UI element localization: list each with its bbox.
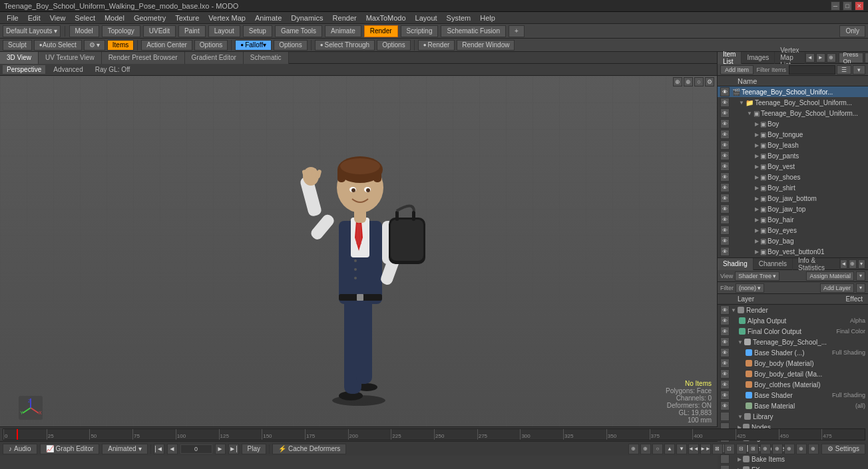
add-tab-button[interactable]: +	[509, 25, 525, 37]
tab-gradient-editor[interactable]: Gradient Editor	[185, 52, 244, 64]
panel-ctrl-3[interactable]: ⊕	[827, 53, 836, 63]
shader-tree-dropdown[interactable]: Shader Tree ▾	[735, 271, 779, 281]
shade-item[interactable]: 👁▼Render	[718, 305, 868, 315]
menu-dynamics[interactable]: Dynamics	[287, 13, 327, 23]
select-through-button[interactable]: ● Select Through	[315, 40, 375, 51]
transport-1[interactable]: ⊕	[628, 444, 639, 454]
expand-arrow[interactable]: ▼	[747, 110, 752, 116]
tab-shading[interactable]: Shading	[718, 258, 754, 270]
timeline-ruler[interactable]: 0255075100125150175200225250275300325350…	[3, 428, 865, 440]
prev-key-button[interactable]: |◄	[154, 444, 164, 454]
shade-expand-arrow[interactable]: ▼	[738, 414, 743, 420]
transport-15[interactable]: ⊕	[796, 444, 807, 454]
model-tab[interactable]: Model	[69, 25, 99, 37]
menu-file[interactable]: File	[3, 13, 23, 23]
viewport-settings-btn[interactable]: ⚙	[705, 77, 714, 86]
tree-item[interactable]: 👁▶▣Boy_jaw_bottom	[718, 193, 868, 204]
eye-icon[interactable]: 👁	[720, 215, 730, 224]
tree-item[interactable]: 👁▶▣Boy_leash	[718, 140, 868, 150]
expand-arrow[interactable]: ▶	[755, 153, 759, 159]
menu-animate[interactable]: Animate	[251, 13, 286, 23]
eye-icon[interactable]: 👁	[720, 87, 730, 96]
ray-gl-btn[interactable]: Ray GL: Off	[91, 65, 134, 74]
transport-5[interactable]: ▼	[676, 444, 687, 454]
layout-dropdown[interactable]: Default Layouts ▾	[3, 25, 61, 37]
shading-ctrl-3[interactable]: ▾	[858, 259, 865, 269]
render-window-button[interactable]: Render Window	[457, 40, 515, 51]
auto-select-button[interactable]: ● Auto Select	[34, 40, 82, 51]
menu-edit[interactable]: Edit	[24, 13, 45, 23]
expand-arrow[interactable]: ▶	[755, 142, 759, 148]
eye-icon[interactable]: 👁	[720, 151, 730, 160]
menu-system[interactable]: System	[443, 13, 475, 23]
eye-icon[interactable]: 👁	[720, 140, 730, 150]
shade-item[interactable]: 👁Boy_body (Material)	[718, 358, 868, 369]
tree-item[interactable]: 👁▼📁Teenage_Boy_School_Uniform...	[718, 97, 868, 108]
tree-item[interactable]: 👁▶▣Boy_vest	[718, 161, 868, 172]
shade-eye-icon[interactable]: 👁	[720, 391, 730, 400]
menu-render[interactable]: Render	[329, 13, 361, 23]
eye-icon[interactable]: 👁	[720, 247, 730, 256]
only-button[interactable]: Only	[839, 25, 865, 37]
none-dropdown[interactable]: (none) ▾	[736, 283, 764, 293]
tree-item[interactable]: 👁🎬Teenage_Boy_School_Unifor...	[718, 86, 868, 97]
shade-item[interactable]: ▶FX	[718, 464, 868, 469]
panel-ctrl-1[interactable]: ◄	[805, 53, 815, 63]
expand-arrow[interactable]: ▶	[755, 217, 759, 223]
add-layer-dropdown[interactable]: Add Layer	[820, 283, 854, 293]
shade-expand-arrow[interactable]: ▶	[738, 467, 742, 470]
transport-2[interactable]: ⊕	[640, 444, 651, 454]
shade-item[interactable]: ▶Bake Items	[718, 454, 868, 464]
shade-eye-icon[interactable]: 👁	[720, 380, 730, 389]
expand-arrow[interactable]: ▶	[755, 121, 759, 127]
items-active-button[interactable]: Items	[107, 40, 134, 51]
tree-item[interactable]: 👁▶▣Boy_bag	[718, 235, 868, 246]
menu-vertex-map[interactable]: Vertex Map	[204, 13, 250, 23]
play-button[interactable]: ►	[215, 444, 226, 454]
tree-item[interactable]: 👁▶▣Boy_shirt	[718, 182, 868, 193]
expand-arrow[interactable]: ▶	[755, 228, 759, 234]
eye-icon[interactable]: 👁	[720, 119, 730, 128]
eye-icon[interactable]: 👁	[720, 226, 730, 235]
shade-item[interactable]: 👁▼Teenage_Boy_School_...	[718, 337, 868, 347]
shading-ctrl-1[interactable]: ◄	[840, 259, 847, 269]
new-button[interactable]: New	[865, 53, 868, 63]
expand-arrow[interactable]: ▶	[755, 174, 759, 180]
shade-expand-arrow[interactable]: ▶	[738, 456, 742, 462]
transport-10[interactable]: ⊟	[736, 444, 747, 454]
shade-item[interactable]: 👁Base Shader (...)Full Shading	[718, 347, 868, 358]
expand-arrow[interactable]: ▶	[755, 185, 759, 191]
transport-7[interactable]: ►►	[700, 444, 711, 454]
tab-schematic[interactable]: Schematic	[244, 52, 289, 64]
assign-material-dropdown[interactable]: Assign Material	[806, 271, 854, 281]
minimize-button[interactable]: ─	[831, 1, 840, 11]
add-layer-expand[interactable]: ▾	[856, 283, 865, 293]
shade-eye-icon[interactable]: 👁	[720, 337, 730, 347]
tree-item[interactable]: 👁▶▣Boy_tongue	[718, 129, 868, 140]
falloff-button[interactable]: ● Falloff ▾	[235, 40, 272, 51]
expand-arrow[interactable]: ▶	[755, 164, 759, 170]
perspective-btn[interactable]: Perspective	[3, 65, 45, 74]
advanced-btn[interactable]: Advanced	[49, 65, 87, 74]
shade-eye-icon[interactable]: 👁	[720, 305, 730, 315]
topology-tab[interactable]: Topology	[102, 25, 140, 37]
tree-item[interactable]: 👁▶▣Boy_shoes	[718, 172, 868, 182]
expand-arrow[interactable]: ▼	[739, 100, 744, 106]
tab-uv-texture[interactable]: UV Texture View	[39, 52, 102, 64]
play-label[interactable]: Play	[242, 444, 266, 454]
options1-button[interactable]: Options	[194, 40, 228, 51]
maximize-button[interactable]: □	[843, 1, 852, 11]
menu-view[interactable]: View	[46, 13, 70, 23]
tab-info-statistics[interactable]: Info & Statistics	[793, 258, 840, 270]
shade-item[interactable]: 👁Boy_clothes (Material)	[718, 379, 868, 390]
shade-eye-icon[interactable]: 👁	[720, 359, 730, 368]
tree-item[interactable]: 👁▶▣Boy_hair	[718, 214, 868, 225]
expand-arrow[interactable]: ▶	[755, 206, 759, 212]
shade-eye-icon[interactable]	[720, 412, 730, 421]
tree-item[interactable]: 👁▶▣Boy_jaw_top	[718, 204, 868, 214]
transport-3[interactable]: ○	[652, 444, 663, 454]
transport-12[interactable]: ⊕	[760, 444, 771, 454]
eye-icon[interactable]: 👁	[720, 236, 730, 245]
expand-arrow[interactable]: ▶	[755, 196, 759, 202]
animate-tab[interactable]: Animate	[325, 25, 361, 37]
